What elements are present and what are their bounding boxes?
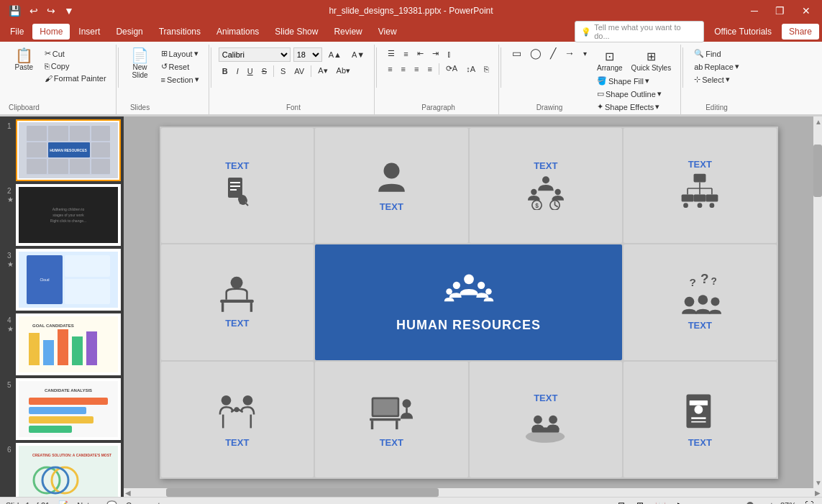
bold-button[interactable]: B <box>219 65 232 77</box>
bullet-list-button[interactable]: ☰ <box>384 47 398 60</box>
scroll-track[interactable] <box>813 127 822 477</box>
slide-panel[interactable]: 1 HUMAN RESOURCES <box>0 116 124 497</box>
normal-view-button[interactable]: ⊡ <box>615 499 628 505</box>
menu-design[interactable]: Design <box>109 24 150 40</box>
bottom-scrollbar[interactable]: ◀ ▶ <box>124 488 822 497</box>
menu-animations[interactable]: Animations <box>209 24 266 40</box>
puzzle-piece-1-3[interactable]: TEXT $ <box>470 128 623 244</box>
font-color-button[interactable]: A▾ <box>314 65 331 77</box>
align-right-button[interactable]: ≡ <box>411 63 422 75</box>
justify-button[interactable]: ≡ <box>424 63 435 75</box>
decrease-indent-button[interactable]: ⇤ <box>414 47 427 60</box>
puzzle-piece-3-3[interactable]: TEXT <box>470 362 623 477</box>
decrease-font-button[interactable]: A▼ <box>348 49 368 60</box>
slide-sorter-button[interactable]: ⊞ <box>634 499 647 505</box>
puzzle-piece-3-1[interactable]: TEXT <box>161 362 314 477</box>
section-button[interactable]: ≡ Section ▾ <box>157 73 203 86</box>
font-size-select[interactable]: 18 <box>293 47 322 62</box>
select-button[interactable]: ⊹ Select ▾ <box>690 73 743 86</box>
zoom-plus[interactable]: + <box>769 500 775 505</box>
menu-file[interactable]: File <box>3 24 31 40</box>
slide-canvas[interactable]: TEXT <box>160 127 778 479</box>
save-button[interactable]: 💾 <box>6 4 24 18</box>
slide-thumbnail-5[interactable]: 5 CANDIDATE ANALYSIS <box>16 378 121 440</box>
strikethrough-button[interactable]: S <box>258 65 270 77</box>
puzzle-piece-2-1[interactable]: TEXT <box>161 244 314 360</box>
puzzle-piece-1-2[interactable]: TEXT <box>315 128 468 244</box>
svg-rect-27 <box>58 329 68 365</box>
text-direction-button[interactable]: ⟳A <box>442 63 461 75</box>
smartart-button[interactable]: ⎘ <box>480 63 493 75</box>
align-left-button[interactable]: ≡ <box>384 63 396 75</box>
menu-slideshow[interactable]: Slide Show <box>268 24 325 40</box>
menu-review[interactable]: Review <box>326 24 369 40</box>
layout-button[interactable]: ⊞ Layout ▾ <box>157 47 203 60</box>
puzzle-piece-3-2[interactable]: TEXT <box>315 362 468 477</box>
undo-button[interactable]: ↩ <box>27 4 41 18</box>
align-text-button[interactable]: ↕A <box>462 63 479 75</box>
quick-styles-button[interactable]: ⊞ Quick Styles <box>628 47 675 74</box>
slide-thumbnail-1[interactable]: 1 HUMAN RESOURCES <box>16 119 121 181</box>
shape-more-button[interactable]: ▾ <box>580 46 590 60</box>
puzzle-piece-2-4[interactable]: ? ? ? TEXT <box>624 244 777 360</box>
slideshow-button[interactable]: ▶ <box>675 499 687 505</box>
cut-button[interactable]: ✂ Cut <box>41 47 110 60</box>
increase-indent-button[interactable]: ⇥ <box>429 47 442 60</box>
right-scrollbar[interactable]: ▲ ▼ <box>813 116 822 488</box>
puzzle-piece-3-4[interactable]: TEXT <box>624 362 777 477</box>
puzzle-piece-1-1[interactable]: TEXT <box>161 128 314 244</box>
zoom-minus[interactable]: ─ <box>693 500 700 505</box>
shadow-button[interactable]: S <box>277 65 289 77</box>
menu-transitions[interactable]: Transitions <box>152 24 208 40</box>
slide-thumbnail-4[interactable]: 4 ★ GOAL CANDIDATES <box>16 313 121 375</box>
char-spacing-button[interactable]: AV <box>291 65 308 77</box>
shape-effects-button[interactable]: ✦ Shape Effects ▾ <box>593 101 675 113</box>
shape-outline-button[interactable]: ▭ Shape Outline ▾ <box>593 88 675 100</box>
arrange-button[interactable]: ⊡ Arrange <box>593 47 626 74</box>
find-button[interactable]: 🔍 Find <box>690 47 743 60</box>
help-search[interactable]: 💡 Tell me what you want to do... <box>575 21 704 42</box>
scroll-thumb[interactable] <box>813 145 822 197</box>
fit-slide-button[interactable]: ⛶ <box>802 499 816 505</box>
slide-thumbnail-6[interactable]: 6 CREATING SOLUTION: A CANDIDATE'S MOST … <box>16 443 121 497</box>
menu-insert[interactable]: Insert <box>71 24 107 40</box>
share-button[interactable]: Share <box>782 24 819 40</box>
restore-button[interactable]: ❐ <box>770 4 790 18</box>
shape-line-button[interactable]: ╱ <box>547 46 560 60</box>
slide-thumbnail-2[interactable]: 2 ★ Adhering children to stages of your … <box>16 184 121 246</box>
main-slide-area[interactable]: TEXT <box>124 116 813 488</box>
shape-arrow-button[interactable]: → <box>561 46 578 60</box>
paste-button[interactable]: 📋 Paste <box>9 46 38 89</box>
copy-button[interactable]: ⎘ Copy <box>41 60 110 72</box>
reading-view-button[interactable]: 📖 <box>652 499 669 505</box>
bottom-scroll-thumb[interactable] <box>166 488 439 497</box>
numbered-list-button[interactable]: ≡ <box>400 48 411 60</box>
underline-button[interactable]: U <box>244 65 257 77</box>
italic-button[interactable]: I <box>233 65 242 77</box>
puzzle-piece-1-4[interactable]: TEXT <box>624 128 777 244</box>
text-highlight-button[interactable]: Ab▾ <box>333 65 354 77</box>
shape-oval-button[interactable]: ◯ <box>526 46 545 60</box>
close-button[interactable]: ✕ <box>796 4 816 18</box>
reset-button[interactable]: ↺ Reset <box>157 60 203 73</box>
customize-button[interactable]: ▼ <box>61 4 77 18</box>
increase-font-button[interactable]: A▲ <box>325 49 345 60</box>
office-tutorials-button[interactable]: Office Tutorials <box>707 24 779 40</box>
slide-thumbnail-3[interactable]: 3 ★ Cloud <box>16 249 121 311</box>
format-painter-button[interactable]: 🖌 Format Painter <box>41 73 110 84</box>
font-name-select[interactable]: Calibri <box>219 47 291 62</box>
menu-view[interactable]: View <box>371 24 404 40</box>
puzzle-piece-center[interactable]: HUMAN RESOURCES <box>315 244 622 360</box>
new-slide-button[interactable]: 📄 NewSlide <box>126 46 155 89</box>
redo-button[interactable]: ↪ <box>44 4 58 18</box>
comments-button[interactable]: 💬 <box>104 499 120 505</box>
bottom-scroll-track[interactable] <box>132 488 813 497</box>
menu-home[interactable]: Home <box>32 24 70 40</box>
columns-button[interactable]: ⫿ <box>444 48 455 60</box>
shape-rect-button[interactable]: ▭ <box>508 46 525 60</box>
replace-button[interactable]: ab Replace ▾ <box>690 60 743 73</box>
minimize-button[interactable]: ─ <box>745 4 764 18</box>
shape-fill-button[interactable]: 🪣 Shape Fill ▾ <box>593 75 675 87</box>
align-center-button[interactable]: ≡ <box>398 63 409 75</box>
slide-notes-icon[interactable]: 📝 <box>55 499 71 504</box>
